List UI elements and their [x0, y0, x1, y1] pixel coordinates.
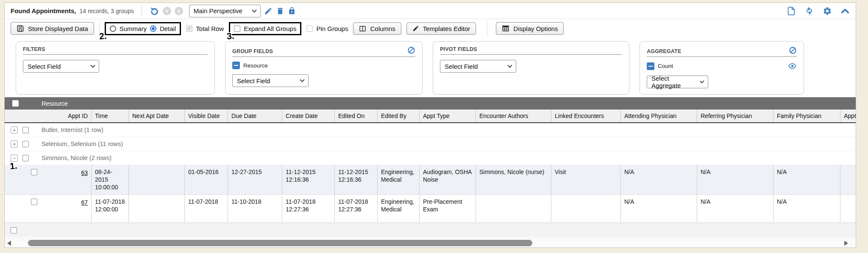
- column-header-time[interactable]: Time: [92, 110, 129, 122]
- aggregate-select-value: Select Aggregate: [651, 75, 690, 89]
- group-checkbox[interactable]: [22, 127, 29, 133]
- aggregate-count-label: Count: [658, 63, 673, 69]
- expand-group-icon[interactable]: +: [11, 127, 18, 134]
- group-fields-select[interactable]: Select Field: [232, 74, 309, 87]
- select-all-checkbox[interactable]: [12, 100, 19, 107]
- next-perspective-icon[interactable]: [175, 7, 183, 15]
- group-field-resource-label: Resource: [243, 62, 268, 69]
- column-header-encounter-authors[interactable]: Encounter Authors: [476, 110, 551, 122]
- column-header-appt-re[interactable]: Appt Re: [840, 110, 856, 122]
- ban-icon[interactable]: [407, 46, 415, 54]
- expand-all-groups-label: Expand All Groups: [244, 25, 296, 32]
- column-header-visible-date[interactable]: Visible Date: [185, 110, 228, 122]
- pivot-fields-select[interactable]: Select Field: [440, 60, 516, 73]
- appt-id-link[interactable]: 67: [81, 199, 88, 206]
- summary-radio[interactable]: [110, 25, 116, 32]
- cell-referring-physician: N/A: [697, 165, 773, 194]
- lock-perspective-icon[interactable]: [288, 7, 296, 15]
- table-footer-row: [5, 223, 856, 237]
- eye-icon[interactable]: [788, 62, 797, 70]
- page-title: Found Appointments,: [11, 7, 76, 14]
- group-row-simmons-nicole[interactable]: −Simmons, Nicole (2 rows)1.: [5, 151, 856, 165]
- pin-groups-label: Pin Groups: [316, 25, 348, 32]
- store-displayed-data-button[interactable]: Store Displayed Data: [11, 22, 94, 35]
- display-options-label: Display Options: [513, 25, 558, 32]
- cell-edited-on: 11-07-2018 12:27:36: [335, 195, 378, 222]
- undo-icon[interactable]: [150, 6, 159, 16]
- chevron-down-icon: [90, 63, 95, 67]
- group-fields-panel: GROUP FIELDS Resource Select Field: [225, 41, 423, 95]
- delete-perspective-icon[interactable]: [276, 7, 284, 15]
- cell-attending-physician: N/A: [621, 195, 697, 222]
- aggregate-select[interactable]: Select Aggregate: [647, 76, 708, 88]
- total-row-label: Total Row: [196, 25, 224, 32]
- filters-field-select[interactable]: Select Field: [23, 60, 99, 73]
- toolbar: Store Displayed Data Summary Detail 2. T…: [5, 19, 856, 38]
- cell-appt-re: [840, 195, 856, 222]
- cell-appt-type: Pre-Placement Exam: [420, 195, 476, 222]
- filters-panel: FILTERS Select Field: [16, 41, 215, 95]
- pin-groups-checkbox[interactable]: [306, 25, 313, 32]
- scroll-left-icon[interactable]: [7, 241, 11, 246]
- appointments-table: Resource Appt IDTimeNext Apt DateVisible…: [5, 96, 856, 247]
- divider: [142, 6, 142, 16]
- detail-label: Detail: [160, 25, 176, 32]
- collapse-panel-icon[interactable]: [840, 6, 850, 16]
- cell-time: 11-07-2018 12:00:00: [92, 195, 129, 222]
- row-checkbox[interactable]: [31, 199, 37, 205]
- edit-perspective-icon[interactable]: [264, 7, 273, 15]
- group-checkbox[interactable]: [22, 155, 29, 161]
- group-label: Butler, Internist (1 row): [42, 127, 103, 133]
- column-header-attending-physician[interactable]: Attending Physician: [621, 110, 697, 122]
- ban-icon[interactable]: [789, 46, 797, 54]
- column-header-linked-encounters[interactable]: Linked Encounters: [551, 110, 621, 122]
- cell-family-physician: N/A: [773, 165, 840, 194]
- expand-group-icon[interactable]: +: [11, 141, 18, 148]
- scroll-right-icon[interactable]: [844, 241, 848, 246]
- display-options-button[interactable]: Display Options: [496, 22, 564, 35]
- cell-appt-id: 67: [5, 195, 92, 222]
- prev-perspective-icon[interactable]: [163, 7, 171, 15]
- cell-referring-physician: N/A: [697, 195, 773, 222]
- row-checkbox[interactable]: [31, 169, 37, 175]
- pencil-icon: [412, 25, 419, 32]
- column-header-edited-on[interactable]: Edited On: [335, 110, 378, 122]
- divider: [99, 21, 100, 36]
- column-header-create-date[interactable]: Create Date: [282, 110, 335, 122]
- perspective-select[interactable]: Main Perspective: [189, 5, 261, 17]
- columns-button[interactable]: Columns: [353, 22, 401, 35]
- column-header-next-apt-date[interactable]: Next Apt Date: [129, 110, 185, 122]
- detail-rows: 6308-24-2015 10:00:0001-05-201612-27-201…: [5, 165, 856, 222]
- found-appointments-panel: Found Appointments, 14 records, 3 groups…: [4, 3, 856, 248]
- group-fields-title: GROUP FIELDS: [232, 48, 273, 54]
- footer-checkbox[interactable]: [11, 227, 17, 233]
- column-header-family-physician[interactable]: Family Physician: [773, 110, 840, 122]
- expand-all-groups-checkbox[interactable]: [234, 25, 240, 32]
- scrollbar-thumb[interactable]: [28, 240, 532, 246]
- templates-editor-button[interactable]: Templates Editor: [406, 22, 476, 35]
- column-header-due-date[interactable]: Due Date: [228, 110, 282, 122]
- group-row-butler-internist[interactable]: +Butler, Internist (1 row): [5, 123, 856, 137]
- settings-gear-icon[interactable]: [823, 6, 832, 16]
- refresh-icon[interactable]: [804, 6, 814, 16]
- remove-field-icon[interactable]: [232, 62, 240, 69]
- cell-appt-type: Audiogram, OSHA Noise: [420, 165, 476, 194]
- horizontal-scrollbar[interactable]: [5, 238, 856, 247]
- column-header-edited-by[interactable]: Edited By: [378, 110, 420, 122]
- column-header-appt-id[interactable]: Appt ID: [5, 110, 92, 122]
- group-fields-select-value: Select Field: [237, 77, 270, 84]
- new-document-icon[interactable]: [787, 6, 796, 16]
- filters-title: FILTERS: [23, 46, 45, 52]
- detail-radio[interactable]: [150, 25, 156, 32]
- group-row-selenium-selenium[interactable]: +Selenium, Selenium (11 rows): [5, 137, 856, 151]
- remove-field-icon[interactable]: [647, 62, 654, 70]
- chevron-down-icon: [507, 63, 512, 67]
- chevron-down-icon: [252, 8, 256, 12]
- pivot-fields-title: PIVOT FIELDS: [440, 46, 477, 52]
- aggregate-title: AGGREGATE: [647, 48, 681, 54]
- column-header-referring-physician[interactable]: Referring Physician: [697, 110, 773, 122]
- column-header-appt-type[interactable]: Appt Type: [420, 110, 476, 122]
- appt-id-link[interactable]: 63: [81, 169, 88, 177]
- total-row-checkbox[interactable]: [186, 25, 192, 32]
- group-checkbox[interactable]: [22, 141, 29, 147]
